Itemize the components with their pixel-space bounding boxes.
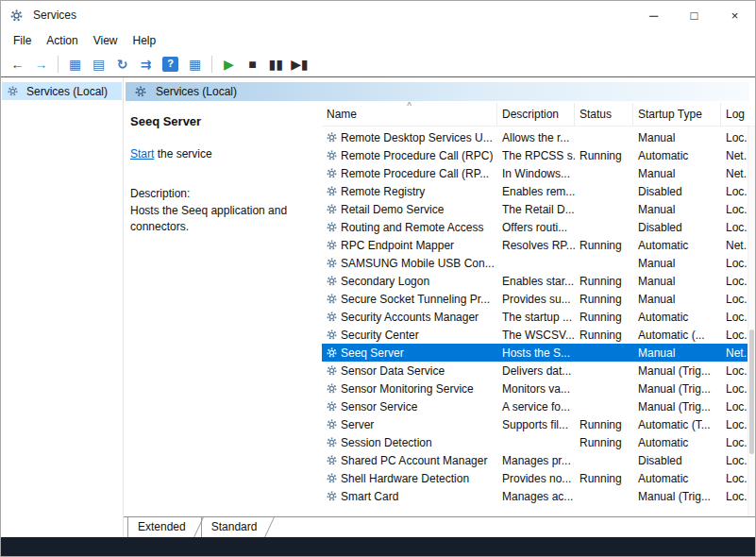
toolbar: ←→▦▤↻⇉?▦▶■▮▮▶▮ [1, 51, 755, 77]
table-row[interactable]: SAMSUNG Mobile USB Con... Manual Loc... [322, 254, 755, 272]
cell-description: Resolves RP... [497, 236, 575, 254]
gear-icon [327, 168, 337, 178]
start-service-icon[interactable]: ▶ [218, 54, 240, 74]
cell-startup-type: Manual [633, 290, 721, 308]
sort-ascending-indicator: ^ [407, 102, 412, 111]
column-label-startup-type: Startup Type [638, 108, 702, 121]
cell-description: Enables rem... [497, 182, 575, 200]
gear-icon [327, 186, 337, 196]
sidebar-item-services-local[interactable]: Services (Local) [2, 82, 122, 100]
pause-service-icon[interactable]: ▮▮ [265, 54, 287, 74]
refresh-icon[interactable]: ↻ [111, 54, 133, 74]
table-row[interactable]: Routing and Remote Access Offers routi..… [322, 218, 755, 236]
cell-startup-type: Manual [633, 254, 721, 272]
cell-description: Manages pr... [497, 451, 575, 469]
table-row[interactable]: Shared PC Account Manager Manages pr... … [322, 451, 755, 469]
column-header-startup-type[interactable]: Startup Type [633, 103, 721, 126]
gear-icon [327, 365, 337, 376]
table-row[interactable]: Server Supports fil... Running Automatic… [322, 415, 755, 433]
table-row[interactable]: Remote Desktop Services U... Allows the … [322, 128, 755, 146]
right-pane: Services (Local) Seeq Server Start the s… [124, 77, 755, 537]
table-row[interactable]: Shell Hardware Detection Provides no... … [322, 469, 755, 487]
cell-startup-type: Disabled [633, 182, 721, 200]
scrollbar-thumb[interactable] [749, 329, 754, 454]
cell-status: Running [575, 415, 633, 433]
menu-view[interactable]: View [86, 32, 126, 49]
cell-startup-type: Manual (Trig... [633, 362, 721, 380]
close-button[interactable]: × [714, 1, 755, 29]
start-service-link[interactable]: Start [130, 147, 154, 160]
gear-icon [327, 132, 337, 143]
cell-name-container: Security Accounts Manager [322, 308, 497, 326]
tab-extended[interactable]: Extended [127, 517, 201, 537]
forward-icon[interactable]: → [30, 54, 52, 74]
console-tree: Services (Local) [1, 77, 124, 537]
view-tabs: ExtendedStandard [124, 516, 755, 537]
table-row[interactable]: Smart Card Manages ac... Manual (Trig...… [322, 487, 755, 505]
restart-service-icon[interactable]: ▶▮ [289, 54, 311, 74]
cell-status [575, 182, 633, 200]
cell-description: Delivers dat... [497, 362, 575, 380]
gear-icon [327, 473, 337, 483]
description-label: Description: [130, 187, 311, 200]
action-pane-icon[interactable]: ▦ [184, 54, 206, 74]
cell-name: RPC Endpoint Mapper [341, 239, 454, 252]
table-row[interactable]: Security Accounts Manager The startup ..… [322, 308, 755, 326]
pane-header: Services (Local) [126, 82, 749, 101]
table-row[interactable]: Seeq Server Hosts the S... Manual Net... [322, 344, 755, 362]
cell-name-container: Secure Socket Tunneling Pr... [322, 290, 497, 308]
cell-description: Provides su... [497, 290, 575, 308]
cell-name: Secondary Logon [341, 275, 429, 288]
cell-status [575, 128, 633, 146]
maximize-button[interactable]: □ [674, 1, 714, 29]
cell-name: Secure Socket Tunneling Pr... [341, 293, 490, 306]
help-icon[interactable]: ? [162, 57, 178, 72]
table-row[interactable]: Session Detection Running Automatic Loc.… [322, 433, 755, 451]
stop-service-icon[interactable]: ■ [242, 54, 263, 74]
cell-name-container: Secondary Logon [322, 272, 497, 290]
table-row[interactable]: Secondary Logon Enables star... Running … [322, 272, 755, 290]
export-list-icon[interactable]: ⇉ [135, 54, 157, 74]
table-row[interactable]: Sensor Monitoring Service Monitors va...… [322, 380, 755, 397]
table-row[interactable]: Sensor Service A service fo... Manual (T… [322, 397, 755, 415]
show-console-tree-icon[interactable]: ▦ [64, 54, 86, 74]
cell-name: Shell Hardware Detection [341, 472, 469, 485]
gear-icon [327, 329, 337, 340]
cell-description: Provides no... [497, 469, 575, 487]
cell-description: Manages ac... [497, 487, 575, 505]
menu-help[interactable]: Help [126, 32, 164, 49]
services-node-icon [8, 86, 18, 96]
column-header-description[interactable]: Description [497, 103, 575, 126]
back-icon[interactable]: ← [7, 54, 28, 74]
column-header-log-on-as[interactable]: Log [721, 103, 755, 126]
column-header-status[interactable]: Status [575, 103, 633, 126]
menu-file[interactable]: File [6, 32, 39, 49]
properties-icon[interactable]: ▤ [88, 54, 109, 74]
cell-startup-type: Manual (Trig... [633, 380, 721, 397]
minimize-button[interactable]: ─ [633, 1, 674, 29]
table-row[interactable]: Remote Registry Enables rem... Disabled … [322, 182, 755, 200]
main-area: Services (Local) Services (Local) Seeq S… [1, 77, 755, 537]
cell-status: Running [575, 433, 633, 451]
column-label-name: Name [327, 108, 357, 121]
table-row[interactable]: Remote Procedure Call (RP... In Windows.… [322, 164, 755, 182]
table-row[interactable]: RPC Endpoint Mapper Resolves RP... Runni… [322, 236, 755, 254]
table-row[interactable]: Remote Procedure Call (RPC) The RPCSS s.… [322, 146, 755, 164]
selected-service-title: Seeq Server [130, 114, 311, 128]
vertical-scrollbar[interactable] [748, 127, 755, 516]
menu-action[interactable]: Action [39, 32, 85, 49]
cell-description: In Windows... [497, 164, 575, 182]
tab-standard[interactable]: Standard [201, 517, 273, 537]
table-row[interactable]: Retail Demo Service The Retail D... Manu… [322, 200, 755, 218]
cell-startup-type: Manual [633, 128, 721, 146]
cell-name-container: Remote Procedure Call (RP... [322, 164, 497, 182]
cell-status [575, 200, 633, 218]
cell-description: A service fo... [497, 397, 575, 415]
column-header-name[interactable]: ^ Name [322, 103, 497, 126]
table-row[interactable]: Security Center The WSCSV... Running Aut… [322, 326, 755, 344]
cell-startup-type: Manual (Trig... [633, 397, 721, 415]
service-action-line: Start the service [130, 147, 311, 160]
table-row[interactable]: Sensor Data Service Delivers dat... Manu… [322, 362, 755, 380]
table-row[interactable]: Secure Socket Tunneling Pr... Provides s… [322, 290, 755, 308]
cell-status: Running [575, 290, 633, 308]
